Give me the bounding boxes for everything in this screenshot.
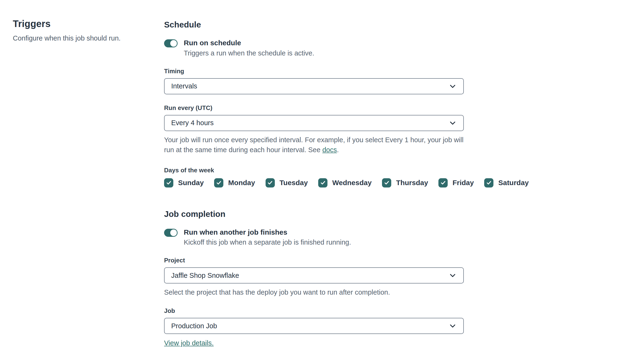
chevron-down-icon [448,271,457,280]
day-checkbox-monday[interactable]: Monday [214,178,255,187]
job-label: Job [164,307,464,315]
schedule-heading: Schedule [164,20,464,29]
checkbox-checked-icon [318,178,328,187]
view-job-details-link[interactable]: View job details. [164,339,214,347]
toggle-text: Run when another job finishes Kickoff th… [184,228,351,247]
chevron-down-icon [448,82,457,90]
toggle-knob [170,40,177,47]
run-every-field: Run every (UTC) Every 4 hours Your job w… [164,104,464,155]
day-label: Tuesday [280,179,308,187]
run-on-schedule-row: Run on schedule Triggers a run when the … [164,38,464,57]
project-select[interactable]: Jaffle Shop Snowflake [164,267,464,284]
run-every-label: Run every (UTC) [164,104,464,112]
project-select-value: Jaffle Shop Snowflake [171,272,239,280]
job-field: Job Production Job View job details. [164,307,464,347]
timing-label: Timing [164,67,464,75]
timing-select-value: Intervals [171,82,197,90]
page-title: Triggers [13,18,164,29]
job-completion-heading: Job completion [164,209,464,219]
checkbox-checked-icon [164,178,173,187]
job-select-value: Production Job [171,322,217,330]
help-text-before: Your job will run once every specified i… [164,136,464,154]
project-field: Project Jaffle Shop Snowflake Select the… [164,257,464,297]
run-on-schedule-label: Run on schedule [184,38,314,47]
checkbox-checked-icon [214,178,223,187]
day-checkbox-friday[interactable]: Friday [438,178,474,187]
job-select[interactable]: Production Job [164,318,464,334]
run-when-job-finishes-description: Kickoff this job when a separate job is … [184,238,351,246]
run-when-job-finishes-toggle[interactable] [164,229,178,237]
days-of-week-field: Days of the week Sunday Monday Tuesday [164,167,464,187]
section-descriptor: Triggers Configure when this job should … [0,0,164,347]
day-label: Saturday [498,179,528,187]
toggle-text: Run on schedule Triggers a run when the … [184,38,314,57]
timing-field: Timing Intervals [164,67,464,94]
day-label: Friday [452,179,474,187]
day-label: Monday [228,179,255,187]
project-label: Project [164,257,464,264]
project-help-text: Select the project that has the deploy j… [164,287,464,297]
triggers-form: Schedule Run on schedule Triggers a run … [164,0,464,347]
checkbox-checked-icon [382,178,391,187]
run-when-job-finishes-row: Run when another job finishes Kickoff th… [164,228,464,247]
day-checkbox-wednesday[interactable]: Wednesday [318,178,372,187]
run-when-job-finishes-label: Run when another job finishes [184,228,351,237]
run-every-select-value: Every 4 hours [171,119,214,127]
day-checkbox-tuesday[interactable]: Tuesday [266,178,308,187]
day-checkbox-thursday[interactable]: Thursday [382,178,428,187]
day-label: Sunday [178,179,204,187]
help-text-after: . [337,146,339,154]
day-checkbox-sunday[interactable]: Sunday [164,178,204,187]
job-completion-section: Job completion Run when another job fini… [164,209,464,347]
page-subtitle: Configure when this job should run. [13,34,164,42]
chevron-down-icon [448,119,457,127]
schedule-section: Schedule Run on schedule Triggers a run … [164,20,464,187]
chevron-down-icon [448,322,457,330]
checkbox-checked-icon [438,178,448,187]
days-of-week-row: Sunday Monday Tuesday Wednesday [164,178,464,187]
triggers-settings-page: Triggers Configure when this job should … [0,0,644,347]
checkbox-checked-icon [484,178,494,187]
run-every-select[interactable]: Every 4 hours [164,115,464,131]
day-checkbox-saturday[interactable]: Saturday [484,178,528,187]
docs-link[interactable]: docs [322,146,337,154]
run-on-schedule-description: Triggers a run when the schedule is acti… [184,49,314,57]
timing-select[interactable]: Intervals [164,78,464,94]
day-label: Thursday [396,179,428,187]
run-on-schedule-toggle[interactable] [164,39,178,47]
run-every-help-text: Your job will run once every specified i… [164,135,464,155]
days-of-week-label: Days of the week [164,167,464,174]
day-label: Wednesday [332,179,372,187]
toggle-knob [170,229,177,236]
checkbox-checked-icon [266,178,275,187]
